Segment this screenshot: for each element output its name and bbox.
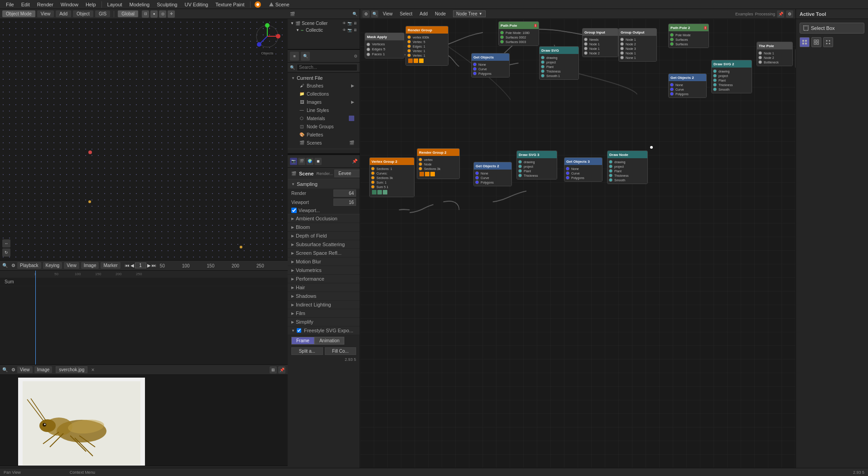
depth-of-field-section[interactable]: ▶ Depth of Field	[288, 232, 360, 240]
fb-icon-btn-1[interactable]: ≡	[290, 52, 299, 61]
render-props-icon[interactable]: 📷	[290, 158, 297, 165]
node-card-render-group-2[interactable]: Render Group 2 vertex Node Sections 3k	[417, 148, 460, 179]
navigation-gizmo[interactable]	[254, 23, 281, 50]
menu-sculpting[interactable]: Sculpting	[153, 0, 181, 9]
shading-icon[interactable]: ●	[150, 10, 158, 18]
ne-settings2-icon[interactable]: ⚙	[786, 10, 793, 18]
node-editor[interactable]: ⚙ 🔍 View Select Add Node Node Tree ▼ Exa…	[360, 9, 796, 476]
node-card-path-pole[interactable]: Path Pole ! Pole Mode: 1080 Surfaces 000…	[498, 21, 539, 46]
node-card-mid-right-1[interactable]: Get Objects 2 None Curve Polygons	[668, 73, 707, 98]
image-viewer-image-button[interactable]: Image	[34, 366, 53, 373]
fb-magnify-icon[interactable]: ⚙	[354, 54, 357, 58]
sampling-header[interactable]: ▼ Sampling	[288, 180, 360, 189]
fb-icon-btn-2[interactable]: 🔍	[301, 52, 310, 61]
image-viewer-settings-icon[interactable]: ⚙	[11, 367, 15, 372]
render-icon[interactable]: 🖥	[353, 21, 357, 25]
playhead[interactable]	[35, 271, 36, 364]
node-card-draw-svg[interactable]: Draw SVG drawing project Plant Thickness…	[539, 46, 579, 80]
volumetrics-section[interactable]: ▶ Volumetrics	[288, 266, 360, 275]
menu-modeling[interactable]: Modeling	[126, 0, 154, 9]
node-card-draw-svg-3[interactable]: Draw SVG 3 drawing project Plant Thickne…	[516, 151, 557, 180]
dots-tool-btn[interactable]	[823, 37, 833, 47]
timeline-view-button[interactable]: View	[64, 262, 79, 269]
camera-icon[interactable]: 📷	[347, 21, 352, 25]
fill-button[interactable]: Fill Co...	[325, 347, 357, 355]
performance-section[interactable]: ▶ Performance	[288, 275, 360, 283]
menu-scene[interactable]: Scene	[265, 0, 293, 9]
timeline-zoom-icon[interactable]: 🔍	[2, 263, 8, 268]
next-frame-icon[interactable]: ▶	[147, 263, 151, 268]
playback-button[interactable]: Playback	[17, 262, 41, 269]
image-pin-icon[interactable]: 📌	[278, 366, 285, 374]
ne-node-button[interactable]: Node	[432, 10, 448, 19]
split-button[interactable]: Split a...	[291, 347, 323, 355]
node-card-get-objects[interactable]: Get Objects None Curve Polygons	[471, 53, 510, 78]
viewport-3d[interactable]: Object Mode View Add Object GIS Global ⊡…	[0, 9, 288, 261]
ne-view-button[interactable]: View	[380, 10, 395, 19]
obj-props-icon[interactable]: ◼	[314, 158, 322, 165]
timeline-empty-area[interactable]	[0, 286, 288, 359]
overlay-icon[interactable]: ◎	[159, 10, 166, 18]
image-viewer-close-icon[interactable]: ×	[91, 367, 94, 373]
timeline-settings-icon[interactable]: ⚙	[11, 263, 15, 268]
current-file-header[interactable]: ▼ Current File	[291, 74, 356, 82]
move-icon[interactable]: ↔	[2, 239, 10, 248]
viewport-samples-input[interactable]	[333, 199, 356, 206]
jump-end-icon[interactable]: ⏭	[152, 263, 156, 268]
freestyle-svg-checkbox[interactable]	[297, 328, 301, 333]
menu-edit[interactable]: Edit	[18, 0, 34, 9]
collection-eye-icon[interactable]: 👁	[342, 28, 346, 32]
object-mode-button[interactable]: Object Mode	[2, 10, 35, 17]
eye-icon[interactable]: 👁	[342, 21, 346, 25]
add-button[interactable]: Add	[56, 10, 71, 17]
scene-tree-item-root[interactable]: ▼ 🎬 Scene Coller 👁 📷 🖥	[288, 20, 360, 27]
node-card-bottom-right-2[interactable]: Draw Node drawing project Plant Thicknes…	[607, 151, 648, 184]
gis-button[interactable]: GIS	[95, 10, 110, 17]
node-groups-item[interactable]: ◫ Node Groups	[291, 122, 356, 131]
viewport-denoise-checkbox[interactable]	[291, 208, 297, 213]
ne-select-button[interactable]: Select	[397, 10, 415, 19]
line-styles-item[interactable]: — Line Styles	[291, 106, 356, 114]
ne-pin-icon[interactable]: 📌	[777, 10, 784, 18]
world-props-icon[interactable]: 🌍	[306, 158, 313, 165]
node-card-bottom-right-1[interactable]: Get Objects 3 None Curve Polygons	[564, 157, 603, 182]
prev-frame-icon[interactable]: ◀	[130, 263, 134, 268]
node-card-far-2[interactable]: Final Loop Needed Node 1	[795, 49, 796, 68]
select-box-tool[interactable]: Select Box	[800, 23, 864, 34]
render-engine-select[interactable]: Eevee Cycles Workbench	[334, 170, 360, 177]
menu-texture-paint[interactable]: Texture Paint	[212, 0, 248, 9]
gizmo-icon[interactable]: ✛	[168, 10, 175, 18]
image-filename[interactable]: sverchok.jpg	[56, 366, 87, 373]
bloom-section[interactable]: ▶ Bloom	[288, 223, 360, 232]
materials-item[interactable]: ⬡ Materials	[291, 114, 356, 122]
screen-space-section[interactable]: ▶ Screen Space Refl...	[288, 249, 360, 257]
hair-section[interactable]: ▶ Hair	[288, 283, 360, 292]
scene-tree-item-collection[interactable]: ▼ Collectic 👁 📷 🖥	[288, 27, 360, 34]
scene-props-icon[interactable]: 🎬	[298, 158, 305, 165]
keying-button[interactable]: Keying	[43, 262, 63, 269]
menu-layout[interactable]: Layout	[104, 0, 126, 9]
image-viewer-view-button[interactable]: View	[17, 366, 33, 373]
film-section[interactable]: ▶ Film	[288, 309, 360, 318]
ambient-occlusion-section[interactable]: ▶ Ambient Occlusion	[288, 214, 360, 223]
marker-button[interactable]: Marker	[101, 262, 120, 269]
node-card-far-right-1[interactable]: Path Pole 2 ! Pole Mode Surfaces Surface…	[668, 24, 709, 48]
image-fit-icon[interactable]: ⊞	[270, 366, 277, 374]
object-button[interactable]: Object	[73, 10, 93, 17]
ne-settings-icon[interactable]: ⚙	[362, 10, 370, 18]
xray-icon[interactable]: ⊡	[142, 10, 149, 18]
indirect-lighting-section[interactable]: ▶ Indirect Lighting	[288, 301, 360, 309]
collections-item[interactable]: 📁 Collections	[291, 90, 356, 98]
render-samples-input[interactable]	[333, 189, 356, 197]
node-tree-dropdown[interactable]: Node Tree ▼	[453, 10, 486, 17]
node-card-render-group[interactable]: Render Group vertex 830k Vertex: 5 Edges…	[405, 26, 448, 66]
timeline-content[interactable]: 1 50 100 150 200 250 Sum	[0, 271, 288, 364]
rotate-icon[interactable]: ↻	[2, 248, 10, 257]
frame-tab-button[interactable]: Frame	[291, 337, 314, 345]
global-button[interactable]: Global	[118, 10, 138, 17]
timeline-image-button[interactable]: Image	[81, 262, 99, 269]
node-card-vertex-group-2[interactable]: Vertex Group 2 Sections: 1 Curves: Secti…	[369, 157, 415, 197]
collection-render-icon[interactable]: 🖥	[353, 28, 357, 32]
brushes-item[interactable]: 🖌 Brushes ▶	[291, 82, 356, 90]
palettes-item[interactable]: 🎨 Palettes	[291, 131, 356, 139]
